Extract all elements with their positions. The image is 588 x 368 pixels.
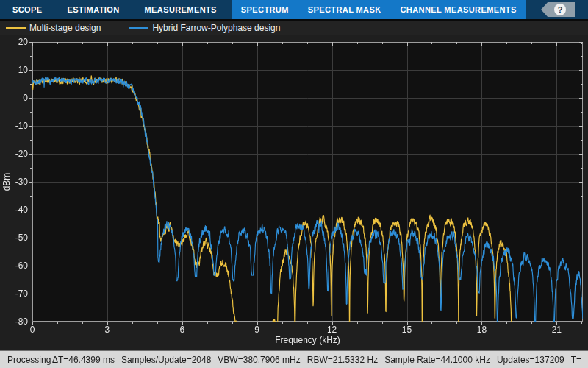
x-tick-label: 21	[544, 325, 569, 335]
status-rbw: RBW=21.5332 Hz	[307, 355, 378, 365]
x-tick-label: 0	[20, 325, 45, 335]
x-tick-label: 9	[245, 325, 270, 335]
tab-channel-measurements[interactable]: CHANNEL MEASUREMENTS	[391, 0, 526, 19]
legend-bar: Multi-stage design Hybrid Farrow-Polypha…	[0, 19, 588, 35]
tab-spectral-mask[interactable]: SPECTRAL MASK	[298, 0, 391, 19]
help-button[interactable]: ?	[541, 2, 575, 17]
spectrum-analyzer-window: SCOPE ESTIMATION MEASUREMENTS SPECTRUM S…	[0, 0, 588, 368]
x-tick-label: 18	[469, 325, 494, 335]
status-samples-per-update: Samples/Update=2048	[121, 355, 211, 365]
status-time: T=	[571, 355, 581, 365]
multi-stage-line-swatch	[6, 27, 26, 29]
y-tick-label: 0	[4, 93, 28, 103]
legend-label: Multi-stage design	[29, 23, 101, 33]
tab-measurements[interactable]: MEASUREMENTS	[132, 0, 229, 19]
tab-estimation[interactable]: ESTIMATION	[55, 0, 132, 19]
y-tick-label: -50	[4, 233, 28, 243]
status-updates: Updates=137209	[497, 355, 564, 365]
x-tick-label: 3	[95, 325, 120, 335]
x-axis-label: Frequency (kHz)	[32, 335, 583, 345]
contextual-tab-group: SPECTRUM SPECTRAL MASK CHANNEL MEASUREME…	[232, 0, 526, 19]
status-state: Processing	[7, 355, 52, 365]
tab-spectrum[interactable]: SPECTRUM	[232, 0, 298, 19]
plot-region: 20100-10-20-30-40-50-60-70-80 0369121518…	[0, 35, 588, 350]
spectrum-canvas[interactable]	[0, 35, 588, 350]
status-bar: Processing ΔT=46.4399 ms Samples/Update=…	[0, 350, 588, 368]
y-tick-label: -70	[4, 289, 28, 299]
x-tick-label: 15	[395, 325, 420, 335]
help-question-icon: ?	[554, 4, 566, 15]
x-tick-label: 6	[170, 325, 195, 335]
toolstrip-tabbar: SCOPE ESTIMATION MEASUREMENTS SPECTRUM S…	[0, 0, 588, 19]
hybrid-farrow-line-swatch	[129, 27, 148, 29]
y-tick-label: -60	[4, 261, 28, 271]
legend-label: Hybrid Farrow-Polyphase design	[152, 23, 280, 33]
status-delta-t: ΔT=46.4399 ms	[52, 355, 115, 365]
y-tick-label: 20	[4, 37, 28, 47]
legend-item-multi-stage[interactable]: Multi-stage design	[6, 23, 101, 33]
status-vbw: VBW=380.7906 mHz	[218, 355, 300, 365]
legend-item-hybrid-farrow[interactable]: Hybrid Farrow-Polyphase design	[129, 23, 280, 33]
y-axis-label: dBm	[1, 134, 12, 230]
y-tick-label: -10	[4, 121, 28, 131]
y-tick-label: 10	[4, 65, 28, 75]
x-tick-label: 12	[320, 325, 345, 335]
status-sample-rate: Sample Rate=44.1000 kHz	[384, 355, 490, 365]
tab-scope[interactable]: SCOPE	[0, 0, 55, 19]
